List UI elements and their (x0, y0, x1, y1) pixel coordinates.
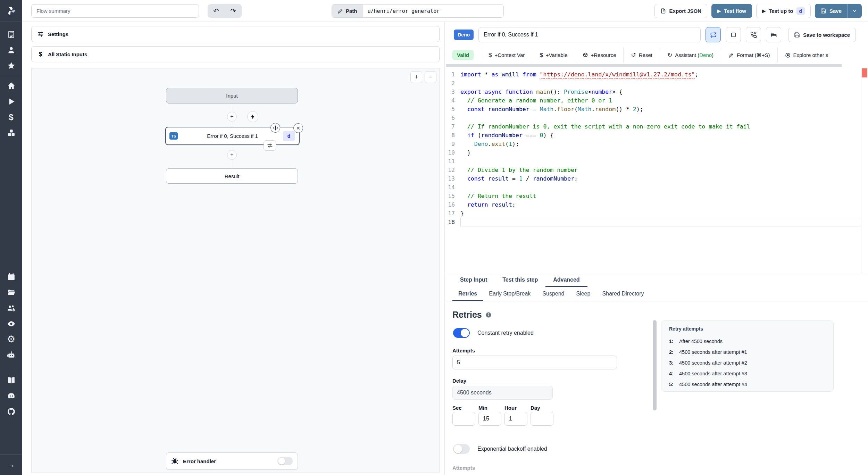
retries-indicator-button[interactable] (706, 27, 721, 42)
sidebar-item-folders[interactable] (0, 285, 22, 300)
retry-attempts-list: 1:After 4500 seconds2:4500 seconds after… (669, 336, 826, 390)
add-resource-button[interactable]: +Resource (575, 48, 624, 62)
tab-advanced[interactable]: Advanced (545, 273, 587, 287)
delay-label: Delay (452, 378, 466, 384)
sidebar-item-home[interactable] (0, 78, 22, 94)
subtab-early-stop[interactable]: Early Stop/Break (483, 287, 536, 301)
explore-scripts-button[interactable]: Explore other s (777, 48, 836, 62)
editor-overview-ruler (861, 68, 861, 273)
retry-attempt-row: 4:4500 seconds after attempt #3 (669, 368, 826, 379)
sidebar-item-favorites[interactable] (0, 58, 22, 74)
test-up-to-button[interactable]: ▶ Test up to d (756, 4, 811, 18)
add-context-var-button[interactable]: $+Context Var (481, 48, 532, 62)
add-variable-button[interactable]: $+Variable (532, 48, 575, 62)
exponential-backoff-toggle[interactable] (453, 444, 470, 454)
info-icon[interactable] (485, 312, 492, 318)
delay-input[interactable] (452, 386, 553, 400)
save-menu-button[interactable] (847, 4, 862, 18)
home-icon (7, 82, 16, 90)
flow-canvas[interactable]: + − Input + TS Error if 0, Success if 1 … (31, 68, 440, 473)
repeat-icon (710, 32, 717, 38)
error-handler-toggle[interactable] (277, 457, 293, 465)
sidebar-item-settings[interactable]: ⚙ (0, 332, 22, 347)
code-editor[interactable]: 1import * as wmill from "https://deno.la… (445, 68, 861, 273)
save-button[interactable]: Save (815, 4, 847, 18)
sleep-button[interactable] (766, 27, 781, 42)
zoom-out-button[interactable]: − (425, 71, 436, 83)
error-handler-label: Error handler (183, 458, 273, 464)
sidebar-item-workspace[interactable] (0, 27, 22, 42)
early-stop-button[interactable] (726, 27, 741, 42)
sidebar-item-groups[interactable] (0, 300, 22, 316)
valid-status: Valid (445, 48, 481, 62)
file-export-icon (660, 8, 666, 14)
square-icon (730, 32, 737, 38)
step-tabs: Step Input Test this step Advanced (445, 273, 868, 287)
sidebar-item-discord[interactable] (0, 388, 22, 404)
sec-label: Sec (452, 405, 462, 411)
test-flow-button[interactable]: ▶ Test flow (711, 4, 752, 18)
day-input[interactable] (531, 412, 553, 426)
flow-settings-button[interactable]: Settings (31, 26, 440, 42)
flow-summary-input[interactable] (31, 4, 199, 18)
tab-step-input[interactable]: Step Input (452, 273, 495, 287)
cubes-icon (7, 128, 16, 137)
flow-node-result[interactable]: Result (166, 168, 298, 184)
sidebar-item-user[interactable] (0, 42, 22, 58)
delete-step-button[interactable]: × (293, 123, 303, 133)
subtab-sleep[interactable]: Sleep (570, 287, 596, 301)
hour-input[interactable] (504, 412, 527, 426)
sidebar-item-runs[interactable] (0, 94, 22, 109)
error-handler-card[interactable]: Error handler (166, 452, 298, 470)
insert-step-button[interactable]: + (227, 150, 237, 160)
sidebar-item-docs[interactable] (0, 373, 22, 388)
save-to-workspace-button[interactable]: Save to workspace (788, 28, 856, 42)
assistant-button[interactable]: ↻ Assistant (Deno) (660, 48, 721, 62)
gear-icon: ⚙ (7, 335, 15, 344)
sidebar-item-variables[interactable]: $ (0, 109, 22, 125)
all-static-inputs-button[interactable]: $ All Static Inputs (31, 46, 440, 62)
sidebar-item-audit[interactable] (0, 316, 22, 332)
path-value[interactable]: u/henri/error_generator (363, 5, 503, 17)
flow-node-input[interactable]: Input (166, 88, 298, 103)
dollar-icon: $ (9, 113, 13, 122)
pencil-icon (337, 8, 343, 14)
step-name-input[interactable] (478, 27, 701, 42)
sec-input[interactable] (452, 412, 475, 426)
subtab-shared-directory[interactable]: Shared Directory (596, 287, 650, 301)
tab-test-this-step[interactable]: Test this step (495, 273, 545, 287)
calendar-icon (7, 273, 16, 281)
insert-step-button[interactable]: + (227, 112, 237, 122)
user-icon (7, 46, 16, 55)
path-field[interactable]: Path u/henri/error_generator (332, 4, 504, 18)
trigger-button[interactable] (247, 111, 258, 122)
attempts-input[interactable] (452, 356, 617, 369)
move-step-button[interactable] (270, 123, 280, 133)
subtab-retries[interactable]: Retries (452, 287, 483, 301)
reset-button[interactable]: ↺Reset (623, 48, 659, 62)
format-button[interactable]: Format (⌘+S) (721, 48, 777, 62)
constant-retry-label: Constant retry enabled (477, 330, 534, 336)
exponential-backoff-label: Exponential backoff enabled (477, 446, 547, 452)
sidebar-item-github[interactable] (0, 404, 22, 419)
subtab-suspend[interactable]: Suspend (536, 287, 570, 301)
error-marker (862, 68, 867, 77)
suspend-button[interactable] (746, 27, 761, 42)
zoom-in-button[interactable]: + (410, 71, 422, 83)
min-input[interactable] (478, 412, 501, 426)
sidebar-collapse-button[interactable]: → (0, 457, 22, 472)
undo-button[interactable]: ↶ (208, 4, 225, 18)
chevron-down-icon (852, 8, 857, 14)
discord-icon (7, 392, 16, 400)
constant-retry-toggle[interactable] (453, 328, 470, 338)
redo-button[interactable]: ↷ (225, 4, 242, 18)
scrollbar-thumb[interactable] (653, 320, 657, 410)
sidebar-item-workers[interactable] (0, 347, 22, 363)
sidebar-item-resources[interactable] (0, 125, 22, 141)
export-json-button[interactable]: Export JSON (654, 4, 708, 18)
bolt-icon (250, 114, 256, 119)
swap-step-button[interactable] (264, 140, 276, 151)
editor-resize-handle[interactable] (446, 64, 842, 67)
sidebar-item-schedules[interactable] (0, 269, 22, 285)
windmill-logo[interactable] (0, 0, 22, 22)
